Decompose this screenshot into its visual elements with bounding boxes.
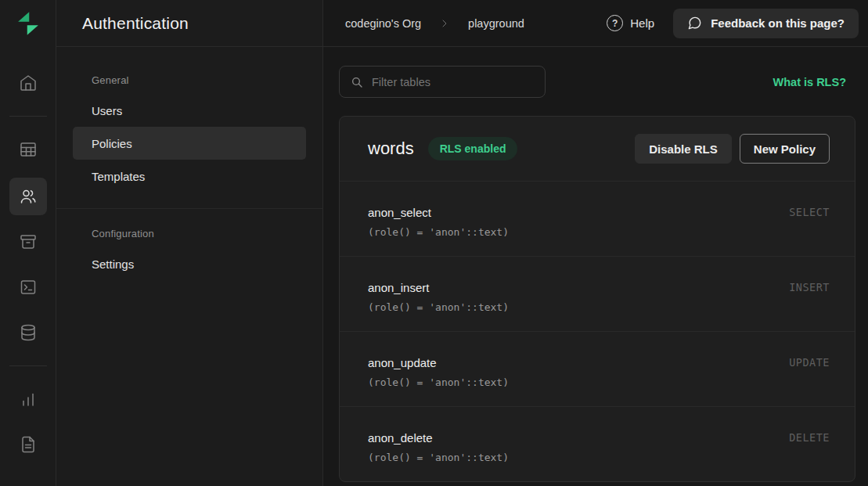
rail-item-logs[interactable]: [9, 427, 47, 462]
auth-sidebar: Authentication General Users Policies Te…: [56, 0, 323, 486]
chevron-right-icon: [438, 17, 451, 30]
rail-item-reports[interactable]: [9, 382, 47, 416]
table-policies-card: words RLS enabled Disable RLS New Policy…: [339, 116, 855, 482]
sidebar-item-templates[interactable]: Templates: [56, 160, 322, 193]
help-button[interactable]: ? Help: [607, 15, 654, 31]
section-label-general: General: [56, 74, 322, 86]
sidebar-nav: General Users Policies Templates Configu…: [56, 47, 322, 280]
breadcrumb-org[interactable]: codegino's Org: [345, 17, 421, 30]
reports-icon: [19, 390, 38, 409]
disable-rls-button[interactable]: Disable RLS: [635, 134, 732, 164]
help-circle-icon: ?: [607, 15, 623, 31]
sidebar-item-label: Settings: [92, 257, 134, 271]
breadcrumb: codegino's Org playground: [345, 17, 524, 30]
sidebar-header: Authentication: [56, 0, 322, 47]
rail-item-sql-editor[interactable]: [9, 270, 47, 304]
breadcrumb-project[interactable]: playground: [468, 17, 524, 30]
rail-divider: [9, 116, 47, 117]
home-icon: [19, 74, 38, 92]
database-icon: [19, 323, 38, 342]
policy-command-badge: INSERT: [789, 281, 830, 293]
rail-item-home[interactable]: [9, 66, 47, 100]
policies-toolbar: What is RLS?: [339, 66, 855, 98]
policy-name: anon_update: [368, 356, 830, 369]
rail-item-database[interactable]: [9, 315, 47, 350]
logs-icon: [19, 435, 38, 454]
table-editor-icon: [19, 140, 38, 159]
feedback-button-label: Feedback on this page?: [711, 16, 845, 30]
policy-command-badge: DELETE: [789, 431, 830, 444]
speech-bubble-icon: [687, 16, 702, 31]
sidebar-item-label: Users: [92, 104, 122, 117]
rail-item-storage[interactable]: [9, 225, 47, 259]
policy-command-badge: UPDATE: [789, 356, 830, 369]
section-label-configuration: Configuration: [56, 209, 322, 239]
sidebar-item-users[interactable]: Users: [56, 94, 322, 127]
what-is-rls-link[interactable]: What is RLS?: [773, 76, 846, 88]
policy-row-anon-select: anon_select (role() = 'anon'::text) SELE…: [340, 181, 855, 256]
policy-row-anon-insert: anon_insert (role() = 'anon'::text) INSE…: [340, 256, 855, 331]
help-label: Help: [630, 16, 654, 30]
policy-definition: (role() = 'anon'::text): [368, 452, 830, 463]
sidebar-item-policies[interactable]: Policies: [73, 127, 306, 160]
sidebar-item-label: Templates: [92, 170, 145, 183]
card-header: words RLS enabled Disable RLS New Policy: [340, 117, 855, 181]
policy-definition: (role() = 'anon'::text): [368, 301, 830, 313]
policy-definition: (role() = 'anon'::text): [368, 376, 830, 388]
sidebar-section-general: Users Policies Templates: [56, 94, 322, 193]
rail-item-table-editor[interactable]: [9, 132, 47, 167]
policies-content: What is RLS? words RLS enabled Disable R…: [323, 47, 868, 482]
storage-icon: [19, 232, 38, 251]
feedback-button[interactable]: Feedback on this page?: [673, 9, 859, 38]
policy-row-anon-update: anon_update (role() = 'anon'::text) UPDA…: [340, 331, 855, 406]
sql-editor-icon: [19, 278, 38, 297]
filter-tables-input[interactable]: [372, 67, 545, 97]
topbar-actions: ? Help Feedback on this page?: [607, 9, 859, 38]
new-policy-button[interactable]: New Policy: [740, 134, 830, 164]
policy-definition: (role() = 'anon'::text): [368, 226, 830, 238]
search-icon: [351, 76, 363, 88]
card-actions: Disable RLS New Policy: [635, 134, 830, 164]
rail-nav: [0, 47, 56, 473]
icon-rail: [0, 0, 56, 486]
auth-users-icon: [19, 187, 38, 206]
filter-tables-box: [339, 66, 546, 98]
sidebar-item-settings[interactable]: Settings: [56, 247, 322, 280]
policy-command-badge: SELECT: [789, 206, 830, 218]
rail-item-authentication[interactable]: [9, 178, 47, 215]
table-name: words: [368, 139, 414, 159]
policy-name: anon_insert: [368, 281, 830, 294]
policy-row-anon-delete: anon_delete (role() = 'anon'::text) DELE…: [340, 406, 855, 481]
main-area: codegino's Org playground ? Help Feedbac…: [323, 0, 868, 486]
supabase-logo[interactable]: [0, 0, 56, 47]
supabase-logo-icon: [15, 10, 41, 37]
policy-name: anon_select: [368, 206, 830, 219]
policy-name: anon_delete: [368, 431, 830, 445]
rail-divider: [9, 365, 47, 366]
sidebar-section-configuration: Settings: [56, 247, 322, 280]
rls-enabled-badge: RLS enabled: [428, 137, 518, 160]
page-title: Authentication: [82, 14, 189, 33]
topbar: codegino's Org playground ? Help Feedbac…: [323, 0, 868, 47]
sidebar-item-label: Policies: [92, 137, 132, 150]
